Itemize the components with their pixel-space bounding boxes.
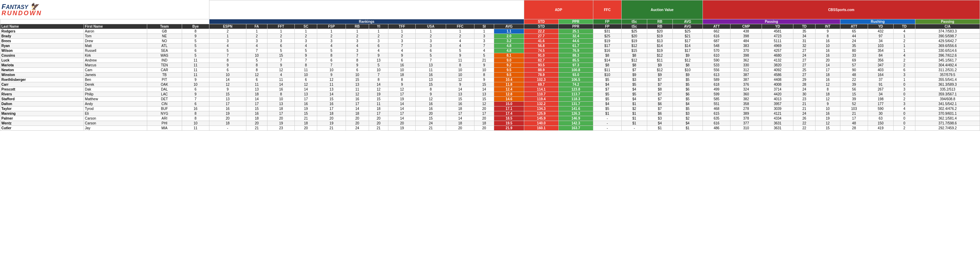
table-cell: $8 — [673, 63, 703, 68]
table-cell: $4 — [673, 102, 703, 107]
table-cell: 3 — [388, 39, 416, 43]
table-cell: 292.7/459.2 — [915, 126, 980, 130]
table-cell: Tom — [84, 34, 147, 39]
table-cell: 41.6 — [524, 39, 558, 43]
table-cell: 9 — [209, 63, 246, 68]
table-cell: $12 — [622, 43, 647, 48]
table-cell: 3631 — [762, 126, 794, 130]
table-cell: 8 — [416, 87, 446, 92]
table-cell: 7 — [345, 53, 369, 58]
table-cell: 616 — [703, 34, 730, 39]
table-cell: CIN — [147, 102, 182, 107]
table-cell: $5 — [593, 107, 621, 111]
table-cell: 21 — [369, 126, 388, 130]
table-cell: Taylor — [0, 107, 84, 111]
table-cell: $1 — [622, 111, 647, 116]
table-cell: 354 — [868, 48, 893, 53]
table-cell: 304.4/492.4 — [915, 63, 980, 68]
col-avg: AVG — [494, 24, 524, 29]
table-cell: 13 — [209, 97, 246, 102]
table-cell: 14 — [388, 116, 416, 121]
table-cell: 615 — [703, 111, 730, 116]
table-cell: 11 — [369, 102, 388, 107]
table-cell: 20 — [345, 121, 369, 126]
table-cell: 103 — [868, 43, 893, 48]
table-cell: 29 — [794, 78, 815, 82]
tsc-col-h: tSc — [622, 19, 647, 24]
table-cell: 34 — [868, 92, 893, 97]
table-cell: Jay — [84, 126, 147, 130]
table-row: WentzCarsonPHI10182019181920202024181819… — [0, 121, 980, 126]
table-cell: 7 — [369, 73, 388, 78]
table-cell: 7 — [416, 58, 446, 63]
table-cell: 0 — [893, 92, 915, 97]
col-att2: ATT — [840, 24, 868, 29]
table-cell: 7 — [267, 58, 295, 63]
table-cell: 5 — [267, 48, 295, 53]
table-cell: 6 — [182, 87, 209, 92]
table-cell: 499 — [703, 87, 730, 92]
table-cell: 14 — [388, 107, 416, 111]
table-cell: 5 — [246, 58, 267, 63]
table-cell: $5 — [593, 78, 621, 82]
table-cell: 4 — [369, 48, 388, 53]
table-cell: 10 — [182, 121, 209, 126]
table-cell: 1 — [267, 29, 295, 34]
table-cell: $7 — [593, 87, 621, 92]
table-cell: 14 — [209, 78, 246, 82]
table-cell: 10.4 — [494, 78, 524, 82]
table-cell: 484 — [730, 39, 762, 43]
table-cell: 18.5 — [494, 116, 524, 121]
table-cell: 21 — [317, 126, 345, 130]
table-cell: 16 — [345, 97, 369, 102]
table-cell: 14 — [267, 82, 295, 87]
table-cell: 1 — [246, 29, 267, 34]
table-cell: 18 — [815, 92, 840, 97]
table-cell: 24 — [345, 126, 369, 130]
table-cell: 396.7/612.6 — [915, 53, 980, 58]
table-cell: TEN — [147, 63, 182, 68]
table-cell: 35 — [840, 43, 868, 48]
table-row: MariotaMarcusTEN1198987951613899.293.597… — [0, 63, 980, 68]
table-cell: 12 — [209, 82, 246, 87]
table-cell: 383 — [730, 43, 762, 48]
table-cell: 0 — [893, 82, 915, 87]
table-cell: 14 — [815, 63, 840, 68]
table-cell: 4 — [446, 39, 474, 43]
table-cell: $10 — [593, 73, 621, 78]
table-cell: 10 — [815, 107, 840, 111]
table-cell: 18 — [345, 111, 369, 116]
table-cell: Eli — [84, 111, 147, 116]
table-cell: 4334 — [762, 116, 794, 121]
table-cell: $6 — [647, 111, 673, 116]
table-cell: $19 — [593, 39, 621, 43]
table-cell: 20 — [246, 121, 267, 126]
table-cell: 3631 — [762, 121, 794, 126]
table-cell: 19 — [295, 107, 317, 111]
table-cell: 13 — [446, 92, 474, 97]
table-cell: 16 — [182, 107, 209, 111]
table-cell: 17 — [369, 111, 388, 116]
table-cell: 16 — [388, 63, 416, 68]
table-cell: 32 — [794, 43, 815, 48]
table-cell: Cam — [84, 68, 147, 73]
table-cell: $20 — [622, 34, 647, 39]
table-cell: 20 — [416, 111, 446, 116]
table-cell: $12 — [673, 58, 703, 63]
table-cell: 113.7 — [558, 92, 593, 97]
table-cell: 1.1 — [494, 29, 524, 34]
col-fp: FP — [593, 24, 621, 29]
table-cell: 10 — [369, 68, 388, 73]
table-cell: Matthew — [84, 97, 147, 102]
table-cell: 5111 — [762, 39, 794, 43]
table-cell: 2 — [369, 34, 388, 39]
table-cell: $12 — [647, 68, 673, 73]
table-cell: 1 — [893, 78, 915, 82]
table-cell: MIA — [147, 126, 182, 130]
table-cell: 432 — [868, 29, 893, 34]
table-cell: 13 — [267, 102, 295, 107]
table-cell: 11 — [182, 73, 209, 78]
table-cell: 8 — [369, 78, 388, 82]
main-table: FANTASY 🦅 RUNDOWN ADP FFC Auction Value … — [0, 0, 980, 130]
table-cell: 8 — [295, 63, 317, 68]
